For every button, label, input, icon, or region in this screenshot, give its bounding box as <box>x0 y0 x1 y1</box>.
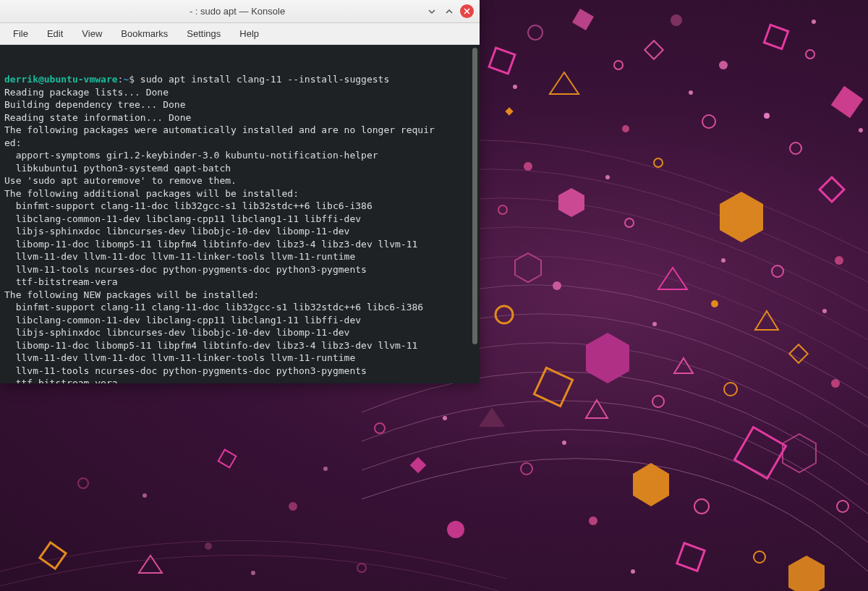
svg-point-62 <box>689 90 693 95</box>
svg-marker-23 <box>586 400 608 418</box>
konsole-window: - : sudo apt — Konsole File Edit View Bo… <box>0 0 480 383</box>
svg-point-72 <box>251 571 255 575</box>
svg-marker-5 <box>783 434 816 472</box>
prompt-symbol: $ <box>129 74 140 85</box>
svg-point-55 <box>754 551 765 563</box>
svg-point-49 <box>447 521 464 538</box>
svg-point-70 <box>323 467 328 471</box>
svg-marker-0 <box>558 188 584 217</box>
close-icon <box>463 7 471 15</box>
minimize-button[interactable] <box>425 5 438 18</box>
terminal-output-line: ttf-bitstream-vera <box>4 276 475 289</box>
svg-marker-6 <box>788 556 825 591</box>
svg-rect-12 <box>820 177 844 202</box>
svg-point-34 <box>764 113 770 119</box>
svg-point-67 <box>652 322 657 326</box>
svg-point-36 <box>654 158 663 167</box>
svg-point-65 <box>721 258 726 263</box>
terminal-content: derrik@ubuntu-vmware:~$ sudo apt install… <box>4 73 475 383</box>
svg-marker-3 <box>586 333 629 383</box>
terminal-output-line: llvm-11-dev llvm-11-doc llvm-11-linker-t… <box>4 250 475 263</box>
svg-rect-17 <box>410 457 427 474</box>
svg-point-40 <box>625 218 634 227</box>
svg-marker-25 <box>139 556 162 573</box>
terminal-output-line: The following packages were automaticall… <box>4 124 475 137</box>
svg-point-35 <box>702 115 715 128</box>
svg-point-57 <box>78 478 88 488</box>
svg-rect-14 <box>534 367 572 406</box>
svg-rect-20 <box>677 543 705 571</box>
svg-rect-11 <box>831 86 864 119</box>
terminal-area[interactable]: derrik@ubuntu-vmware:~$ sudo apt install… <box>0 45 480 383</box>
svg-rect-16 <box>789 344 807 362</box>
svg-point-48 <box>831 379 840 388</box>
terminal-output-line: llvm-11-tools ncurses-doc python-pygment… <box>4 365 475 378</box>
svg-rect-19 <box>218 450 237 468</box>
terminal-output-line: Building dependency tree... Done <box>4 98 475 111</box>
svg-marker-21 <box>550 72 579 94</box>
svg-point-42 <box>495 306 513 323</box>
svg-point-53 <box>694 499 709 514</box>
terminal-output-line: ttf-bitstream-vera <box>4 377 475 383</box>
svg-point-64 <box>859 128 863 132</box>
svg-point-43 <box>835 256 843 265</box>
svg-point-59 <box>357 564 366 572</box>
terminal-output-line: Use 'sudo apt autoremove' to remove them… <box>4 174 475 187</box>
svg-marker-1 <box>720 192 763 242</box>
terminal-output-line: The following additional packages will b… <box>4 187 475 200</box>
svg-point-31 <box>719 61 728 69</box>
svg-point-33 <box>790 143 801 154</box>
menu-file[interactable]: File <box>4 25 37 42</box>
menu-settings[interactable]: Settings <box>178 25 229 42</box>
terminal-output-line: libomp-11-doc libomp5-11 libpfm4 libtinf… <box>4 339 475 352</box>
svg-point-61 <box>605 175 610 179</box>
svg-point-38 <box>524 162 532 171</box>
svg-point-29 <box>614 61 623 69</box>
svg-rect-15 <box>734 427 786 478</box>
terminal-output-line: llvm-11-dev llvm-11-doc llvm-11-linker-t… <box>4 352 475 365</box>
scrollbar[interactable] <box>472 48 477 344</box>
terminal-output-line: libkubuntu1 python3-systemd qapt-batch <box>4 162 475 175</box>
terminal-output-line: llvm-11-tools ncurses-doc python-pygment… <box>4 263 475 276</box>
svg-point-63 <box>812 20 816 24</box>
svg-point-37 <box>622 125 629 132</box>
svg-point-44 <box>772 265 783 277</box>
svg-point-47 <box>724 383 737 396</box>
svg-point-56 <box>289 502 297 511</box>
svg-point-52 <box>589 516 597 525</box>
maximize-button[interactable] <box>443 5 456 18</box>
svg-point-28 <box>528 25 542 40</box>
titlebar[interactable]: - : sudo apt — Konsole <box>0 0 480 23</box>
svg-rect-8 <box>572 9 594 30</box>
svg-marker-26 <box>755 311 778 330</box>
terminal-output-line: binfmt-support clang-11 clang-11-doc lib… <box>4 301 475 314</box>
menu-view[interactable]: View <box>73 25 111 42</box>
svg-point-51 <box>521 463 532 475</box>
close-button[interactable] <box>460 4 474 18</box>
command-text: sudo apt install clang-11 --install-sugg… <box>140 74 389 85</box>
svg-point-73 <box>631 569 635 574</box>
terminal-output-line: libclang-common-11-dev libclang-cpp11 li… <box>4 213 475 226</box>
terminal-output-line: apport-symptoms gir1.2-keybinder-3.0 kub… <box>4 149 475 162</box>
svg-marker-2 <box>515 253 541 282</box>
chevron-down-icon <box>427 7 436 16</box>
menu-bookmarks[interactable]: Bookmarks <box>112 25 176 42</box>
terminal-output-line: ed: <box>4 137 475 150</box>
svg-rect-9 <box>644 41 663 59</box>
menubar: File Edit View Bookmarks Settings Help <box>0 23 480 45</box>
terminal-output-line: Reading package lists... Done <box>4 86 475 99</box>
chevron-up-icon <box>445 7 454 16</box>
menu-edit[interactable]: Edit <box>38 25 72 42</box>
menu-help[interactable]: Help <box>231 25 268 42</box>
svg-rect-10 <box>764 25 788 48</box>
svg-point-46 <box>652 396 664 407</box>
terminal-output-line: libjs-sphinxdoc libncurses-dev libobjc-1… <box>4 326 475 339</box>
svg-point-66 <box>822 309 827 313</box>
svg-marker-24 <box>658 268 687 289</box>
svg-rect-7 <box>489 48 515 74</box>
prompt-user: derrik@ubuntu-vmware <box>4 74 118 85</box>
window-title: - : sudo apt — Konsole <box>49 6 425 17</box>
svg-rect-18 <box>40 543 66 569</box>
svg-point-68 <box>562 441 566 445</box>
svg-marker-22 <box>479 407 505 427</box>
